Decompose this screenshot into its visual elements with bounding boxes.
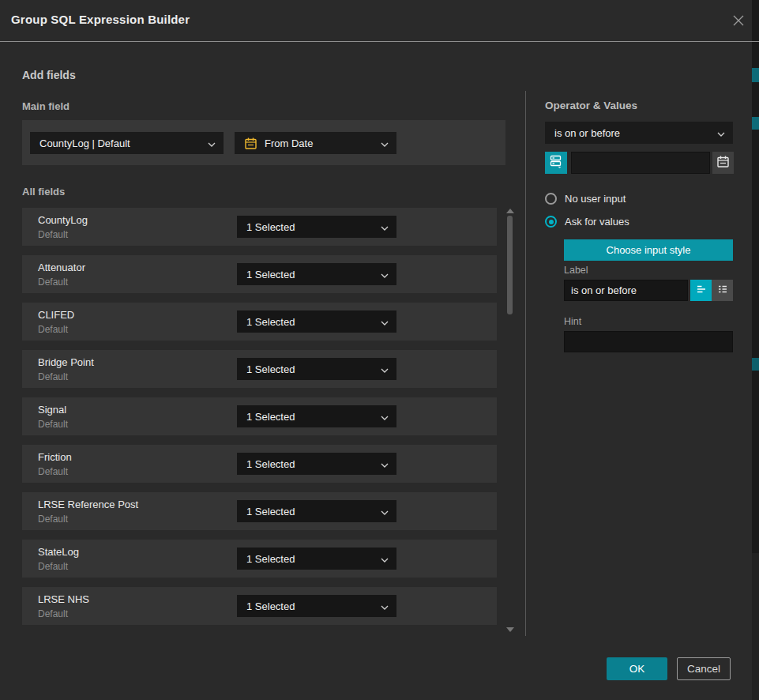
chevron-down-icon <box>381 314 389 329</box>
cancel-button[interactable]: Cancel <box>677 657 731 680</box>
title-divider <box>0 41 752 42</box>
radio-icon <box>545 193 557 205</box>
field-name: CountyLog <box>38 214 88 226</box>
field-selected-value: 1 Selected <box>246 221 376 233</box>
scrollbar-down-arrow[interactable] <box>506 627 514 632</box>
list-style-button[interactable] <box>712 280 733 301</box>
field-row: StateLog Default 1 Selected <box>22 540 497 578</box>
date-picker-button[interactable] <box>712 152 734 174</box>
pane-divider <box>525 91 526 636</box>
field-selected-value: 1 Selected <box>246 458 376 470</box>
ok-button[interactable]: OK <box>607 657 667 680</box>
field-row: Bridge Point Default 1 Selected <box>22 350 497 388</box>
chevron-down-icon <box>381 136 389 150</box>
field-type: Default <box>38 371 68 382</box>
dialog-titlebar: Group SQL Expression Builder <box>0 0 752 41</box>
radio-label: Ask for values <box>565 216 629 228</box>
close-icon[interactable] <box>729 11 748 30</box>
field-name: LRSE NHS <box>38 593 89 605</box>
background-teal-fragment <box>752 117 759 130</box>
field-name: StateLog <box>38 546 79 558</box>
field-name: CLIFED <box>38 309 74 321</box>
field-row: CLIFED Default 1 Selected <box>22 303 497 341</box>
field-selected-dropdown[interactable]: 1 Selected <box>237 405 396 427</box>
main-field-dropdown-value: From Date <box>265 137 376 149</box>
chevron-down-icon <box>381 599 389 613</box>
choose-input-style-button[interactable]: Choose input style <box>564 239 733 261</box>
calendar-icon <box>244 137 257 150</box>
unique-values-icon <box>549 154 563 171</box>
dialog-title: Group SQL Expression Builder <box>11 13 190 26</box>
field-selected-value: 1 Selected <box>246 600 376 612</box>
main-layer-dropdown-value: CountyLog | Default <box>39 137 203 149</box>
hint-field-label: Hint <box>564 316 581 327</box>
field-row: LRSE Reference Post Default 1 Selected <box>22 492 497 530</box>
background-fragment <box>752 553 759 700</box>
unique-values-button[interactable] <box>545 152 567 174</box>
field-selected-value: 1 Selected <box>246 411 376 423</box>
label-input[interactable] <box>564 280 688 301</box>
field-type: Default <box>38 277 68 288</box>
background-app-sliver <box>752 0 759 700</box>
main-field-panel: CountyLog | Default From Date <box>22 120 505 165</box>
single-line-style-button[interactable] <box>690 280 712 301</box>
field-selected-dropdown[interactable]: 1 Selected <box>237 548 396 570</box>
operator-dropdown-value: is on or before <box>554 127 712 139</box>
chevron-down-icon <box>381 409 389 423</box>
field-selected-dropdown[interactable]: 1 Selected <box>237 595 396 617</box>
main-field-heading: Main field <box>22 100 70 112</box>
field-type: Default <box>38 608 68 619</box>
field-row: Friction Default 1 Selected <box>22 445 497 483</box>
chevron-down-icon <box>381 362 389 376</box>
field-selected-value: 1 Selected <box>246 316 376 328</box>
operator-values-heading: Operator & Values <box>545 100 637 111</box>
field-selected-value: 1 Selected <box>246 506 376 517</box>
background-teal-fragment <box>752 68 759 82</box>
field-row: CountyLog Default 1 Selected <box>22 208 497 246</box>
field-selected-dropdown[interactable]: 1 Selected <box>237 453 396 475</box>
chevron-down-icon <box>208 136 216 150</box>
field-type: Default <box>38 229 68 240</box>
radio-label: No user input <box>565 193 626 205</box>
field-selected-dropdown[interactable]: 1 Selected <box>237 500 396 522</box>
field-selected-dropdown[interactable]: 1 Selected <box>237 310 396 333</box>
field-name: Attenuator <box>38 262 85 273</box>
hint-input[interactable] <box>564 331 733 352</box>
field-type: Default <box>38 324 68 335</box>
label-field-label: Label <box>564 265 588 276</box>
field-name: LRSE Reference Post <box>38 499 138 510</box>
radio-ask-for-values[interactable]: Ask for values <box>545 216 629 228</box>
scrollbar-up-arrow[interactable] <box>506 209 514 213</box>
operator-dropdown[interactable]: is on or before <box>545 122 733 144</box>
field-selected-dropdown[interactable]: 1 Selected <box>237 263 396 285</box>
background-teal-fragment <box>752 358 759 371</box>
field-selected-dropdown[interactable]: 1 Selected <box>237 216 396 238</box>
calendar-icon <box>716 155 730 171</box>
main-field-dropdown[interactable]: From Date <box>235 132 396 154</box>
radio-no-user-input[interactable]: No user input <box>545 193 626 205</box>
value-input[interactable] <box>571 152 710 174</box>
field-type: Default <box>38 419 68 430</box>
field-row: Signal Default 1 Selected <box>22 397 497 435</box>
all-fields-heading: All fields <box>22 186 65 198</box>
chevron-down-icon <box>381 504 389 518</box>
chevron-down-icon <box>381 551 389 566</box>
field-name: Friction <box>38 451 72 463</box>
field-name: Bridge Point <box>38 356 94 368</box>
chevron-down-icon <box>381 220 389 234</box>
align-left-icon <box>695 283 708 299</box>
field-row: Attenuator Default 1 Selected <box>22 255 497 293</box>
field-selected-value: 1 Selected <box>246 269 376 280</box>
chevron-down-icon <box>381 267 389 281</box>
field-row: LRSE NHS Default 1 Selected <box>22 587 497 625</box>
background-divider-fragment <box>752 41 759 42</box>
field-selected-value: 1 Selected <box>246 553 376 565</box>
main-layer-dropdown[interactable]: CountyLog | Default <box>30 132 224 154</box>
bulleted-list-icon <box>716 283 729 299</box>
field-selected-dropdown[interactable]: 1 Selected <box>237 358 396 380</box>
field-name: Signal <box>38 404 66 416</box>
field-selected-value: 1 Selected <box>246 363 376 375</box>
field-type: Default <box>38 561 68 572</box>
field-type: Default <box>38 466 68 477</box>
scrollbar-thumb[interactable] <box>507 216 513 314</box>
